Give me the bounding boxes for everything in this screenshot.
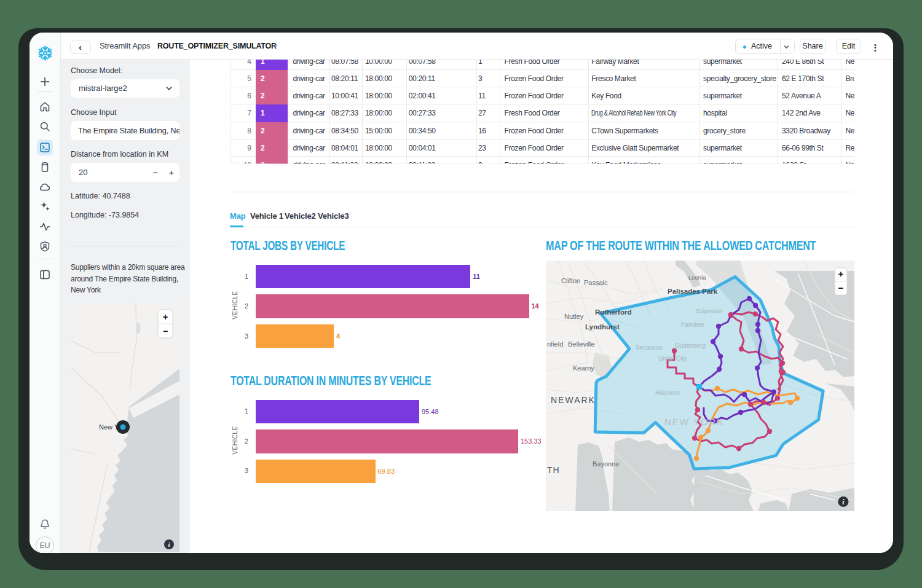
svg-text:Lyndhurst: Lyndhurst <box>585 323 620 331</box>
svg-text:+: + <box>838 269 844 279</box>
svg-text:Nutley: Nutley <box>564 313 584 320</box>
svg-text:Hoboken: Hoboken <box>655 390 680 396</box>
svg-text:Union City: Union City <box>658 355 687 362</box>
svg-text:Edgewater: Edgewater <box>696 308 723 314</box>
svg-text:Secaucus: Secaucus <box>636 344 663 351</box>
svg-text:NEW YORK: NEW YORK <box>664 417 724 427</box>
svg-text:Belleville: Belleville <box>568 340 594 348</box>
svg-text:Bayonne: Bayonne <box>593 460 619 468</box>
svg-text:Guttenberg: Guttenberg <box>675 342 706 349</box>
svg-text:nfield: nfield <box>547 340 563 348</box>
svg-text:Fairview: Fairview <box>681 321 704 328</box>
svg-text:Rutherford: Rutherford <box>595 308 631 316</box>
svg-text:−: − <box>838 283 844 293</box>
svg-text:TH: TH <box>547 465 560 475</box>
svg-text:+: + <box>163 312 168 322</box>
svg-text:Kearny: Kearny <box>573 364 594 372</box>
svg-text:Leonia: Leonia <box>688 274 706 281</box>
svg-text:Palisades Park: Palisades Park <box>668 288 718 295</box>
svg-text:Clifton: Clifton <box>561 277 580 284</box>
svg-text:NEWARK: NEWARK <box>551 395 596 405</box>
svg-text:−: − <box>163 326 168 336</box>
svg-text:Passaic: Passaic <box>584 279 608 286</box>
